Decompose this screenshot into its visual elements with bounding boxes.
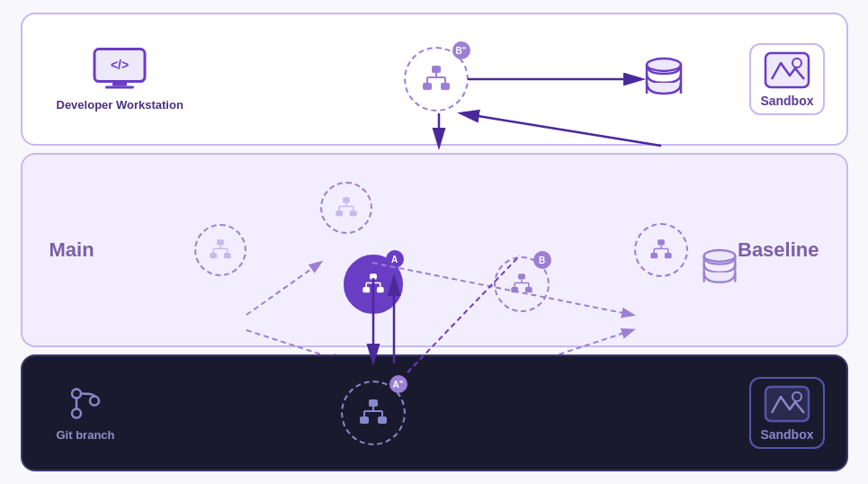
node-initial [194,224,246,276]
label-main: Main [49,238,94,262]
svg-rect-14 [217,239,224,245]
label-baseline: Baseline [738,238,819,262]
row-bottom: Git branch A" [21,354,848,471]
monitor-icon: </> [91,46,148,93]
badge-app: A" [389,375,407,393]
svg-rect-30 [376,287,383,292]
badge-bpp: B" [452,41,470,59]
sandbox-label-bottom: Sandbox [760,427,813,442]
hierarchy-icon-upper [334,195,359,220]
sandbox-bottom: Sandbox [749,377,824,449]
workstation-label: Developer Workstation [57,98,183,113]
svg-point-56 [72,390,81,399]
hierarchy-icon-init [208,238,233,263]
svg-rect-35 [518,273,525,279]
node-a: A [344,255,403,314]
svg-rect-37 [524,287,532,292]
svg-rect-15 [210,253,217,258]
sandbox-icon-bottom [763,384,811,424]
node-baseline [634,223,688,277]
svg-line-50 [246,263,320,315]
node-a-double-prime: A" [341,381,406,445]
svg-rect-23 [349,211,356,216]
hierarchy-icon-baseline [649,238,674,263]
git-branch-icon [66,383,105,423]
git-branch-device: Git branch [57,383,115,444]
svg-rect-5 [423,83,432,90]
svg-rect-60 [369,399,378,407]
row-top: </> Developer Workstation B" [21,13,848,146]
db-icon-top [643,56,685,103]
svg-rect-21 [343,198,350,203]
svg-rect-62 [378,417,387,424]
svg-rect-42 [658,239,665,245]
svg-rect-28 [370,273,377,279]
node-b: B [494,256,550,312]
database-top [643,56,685,103]
sandbox-icon-top [763,50,811,90]
badge-a: A [386,250,404,268]
db-icon-middle [701,247,738,291]
svg-rect-36 [511,287,518,292]
node-upper-branch [320,182,372,234]
svg-point-68 [792,392,801,401]
sandbox-label-top: Sandbox [760,94,813,108]
sandbox-box-bottom: Sandbox [749,377,824,449]
svg-rect-22 [336,211,343,216]
hierarchy-icon-app [357,397,389,429]
hierarchy-icon-b [509,272,534,297]
sandbox-top: Sandbox [749,43,824,115]
svg-point-58 [72,409,81,418]
hierarchy-icon-bpp [420,63,452,95]
row-middle: Main Baseline [21,153,848,347]
database-middle [701,247,738,291]
badge-b: B [533,251,551,269]
svg-line-54 [550,330,632,357]
git-branch-label: Git branch [57,428,115,444]
svg-point-57 [90,397,99,406]
svg-rect-16 [223,253,230,258]
hierarchy-icon-a [361,272,386,297]
svg-rect-29 [362,287,370,292]
svg-rect-1 [112,82,127,86]
svg-rect-6 [441,83,450,90]
svg-point-13 [792,58,801,67]
svg-point-49 [703,250,735,262]
diagram-container: </> Developer Workstation B" [21,13,848,471]
developer-workstation: </> Developer Workstation [57,46,183,113]
svg-point-11 [647,58,681,71]
svg-text:</>: </> [111,58,129,72]
svg-rect-2 [105,86,134,89]
svg-rect-43 [650,253,658,258]
svg-rect-44 [664,253,671,258]
svg-rect-61 [360,417,369,424]
sandbox-box-top: Sandbox [749,43,824,115]
svg-rect-4 [432,66,441,73]
node-b-double-prime: B" [404,47,469,112]
